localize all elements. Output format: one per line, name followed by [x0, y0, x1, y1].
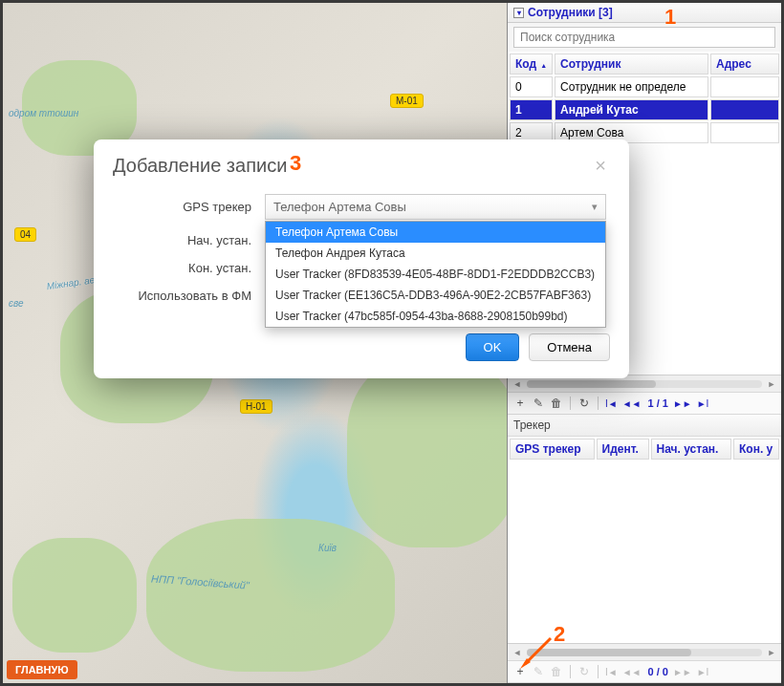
employees-header[interactable]: ▾ Сотрудники [3]: [508, 3, 781, 23]
refresh-icon[interactable]: ↻: [577, 665, 591, 678]
road-label-e04: 04: [14, 227, 36, 242]
close-icon[interactable]: ×: [591, 155, 610, 177]
road-label-m01: М-01: [390, 94, 424, 108]
table-row[interactable]: 1 Андрей Кутас: [510, 99, 779, 120]
next-page-icon[interactable]: ►►: [673, 667, 692, 677]
home-button[interactable]: ГЛАВНУЮ: [7, 660, 77, 679]
ok-button[interactable]: OK: [466, 333, 520, 361]
employees-toolbar: + ✎ 🗑 ↻ I◄ ◄◄ 1 / 1 ►► ►I: [508, 392, 781, 415]
refresh-icon[interactable]: ↻: [577, 397, 591, 410]
table-row[interactable]: 0 Сотрудник не определе: [510, 76, 779, 97]
tracker-scrollbar[interactable]: ◄ ►: [508, 643, 781, 660]
scroll-left-icon[interactable]: ◄: [512, 378, 523, 390]
dropdown-item[interactable]: User Tracker (8FD83539-4E05-48BF-8DD1-F2…: [266, 264, 605, 285]
dropdown-item[interactable]: Телефон Андрея Кутаса: [266, 243, 605, 264]
dropdown-item[interactable]: Телефон Артема Совы: [266, 222, 605, 243]
prev-page-icon[interactable]: ◄◄: [622, 667, 642, 677]
road-label-h01: Н-01: [240, 399, 272, 414]
cancel-button[interactable]: Отмена: [529, 333, 610, 361]
add-icon[interactable]: +: [513, 397, 527, 410]
scroll-right-icon[interactable]: ►: [766, 647, 777, 658]
tracker-empty-body: [508, 461, 781, 643]
gps-tracker-dropdown: Телефон Артема Совы Телефон Андрея Кутас…: [265, 221, 606, 328]
col-ident[interactable]: Идент.: [597, 439, 649, 460]
col-start[interactable]: Нач. устан.: [651, 439, 731, 460]
scroll-right-icon[interactable]: ►: [766, 378, 777, 390]
select-value: Телефон Артема Совы: [273, 200, 406, 214]
col-code[interactable]: Код: [510, 54, 553, 75]
tracker-title: Трекер: [508, 415, 781, 437]
label-use-fm: Использовать в ФМ: [117, 289, 265, 303]
collapse-icon[interactable]: ▾: [513, 8, 524, 18]
pager-text: 0 / 0: [647, 666, 667, 677]
col-gps[interactable]: GPS трекер: [510, 439, 595, 460]
pager-text: 1 / 1: [647, 397, 667, 409]
modal-title: Добавление записи: [113, 155, 287, 177]
label-end: Кон. устан.: [117, 261, 265, 275]
tracker-grid: GPS трекер Идент. Нач. устан. Кон. у: [508, 437, 781, 461]
employee-search-input[interactable]: [513, 27, 775, 48]
employees-grid: Код Сотрудник Адрес 0 Сотрудник не опред…: [508, 52, 781, 145]
first-page-icon[interactable]: I◄: [605, 667, 618, 677]
col-employee[interactable]: Сотрудник: [555, 54, 708, 75]
gps-tracker-select[interactable]: Телефон Артема Совы ▾: [265, 194, 606, 220]
next-page-icon[interactable]: ►►: [673, 398, 692, 409]
tracker-toolbar: + ✎ 🗑 ↻ I◄ ◄◄ 0 / 0 ►► ►I: [508, 660, 781, 683]
map-label-west1: одром ттошин: [9, 108, 78, 118]
col-end[interactable]: Кон. у: [733, 439, 779, 460]
delete-icon[interactable]: 🗑: [550, 397, 563, 410]
add-icon[interactable]: +: [513, 665, 527, 678]
last-page-icon[interactable]: ►I: [697, 667, 709, 677]
chevron-down-icon: ▾: [592, 201, 598, 213]
scroll-left-icon[interactable]: ◄: [512, 647, 523, 658]
tracker-section: Трекер GPS трекер Идент. Нач. устан. Кон…: [508, 415, 781, 683]
delete-icon[interactable]: 🗑: [550, 665, 563, 678]
label-gps: GPS трекер: [117, 200, 265, 214]
map-label-city: Київ: [318, 543, 337, 553]
first-page-icon[interactable]: I◄: [605, 398, 618, 409]
edit-icon[interactable]: ✎: [532, 397, 545, 410]
edit-icon[interactable]: ✎: [532, 665, 545, 678]
label-start: Нач. устан.: [117, 233, 265, 247]
dropdown-item[interactable]: User Tracker (EE136C5A-DDB3-496A-90E2-2C…: [266, 285, 605, 306]
col-address[interactable]: Адрес: [710, 54, 779, 75]
prev-page-icon[interactable]: ◄◄: [622, 398, 642, 409]
map-label-west2: єве: [9, 298, 24, 309]
last-page-icon[interactable]: ►I: [697, 398, 709, 409]
add-record-modal: Добавление записи × GPS трекер Телефон А…: [94, 139, 629, 378]
dropdown-item[interactable]: User Tracker (47bc585f-0954-43ba-8688-29…: [266, 306, 605, 327]
employees-title: Сотрудники [3]: [528, 6, 613, 19]
